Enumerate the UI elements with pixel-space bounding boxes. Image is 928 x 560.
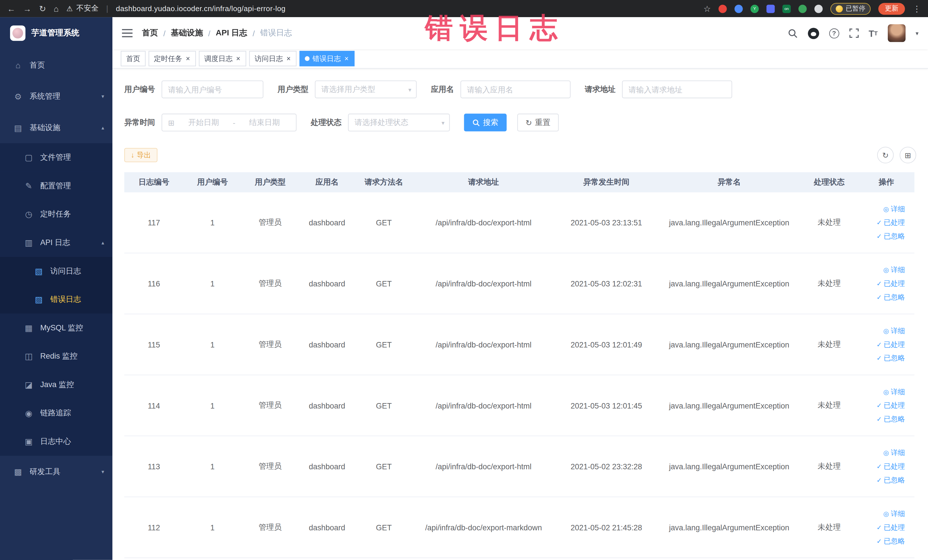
sidebar-item-home[interactable]: ⌂首页 xyxy=(0,49,112,81)
extension-icon-blue[interactable] xyxy=(734,5,743,13)
action-ignored[interactable]: ✓已忽略 xyxy=(876,231,905,241)
sidebar-item-infrastructure[interactable]: ▤基础设施▴ xyxy=(0,112,112,143)
action-ignored[interactable]: ✓已忽略 xyxy=(876,414,905,424)
github-icon[interactable] xyxy=(807,27,819,38)
search-button[interactable]: 搜索 xyxy=(464,113,507,131)
sidebar-item-trace[interactable]: ◉链路追踪 xyxy=(0,399,112,427)
sidebar-item-java-monitor[interactable]: ◪Java 监控 xyxy=(0,371,112,399)
search-icon[interactable] xyxy=(788,28,798,38)
action-processed[interactable]: ✓已处理 xyxy=(876,217,905,227)
action-detail[interactable]: ◎详细 xyxy=(883,509,905,519)
tab-scheduled-tasks[interactable]: 定时任务× xyxy=(149,51,196,66)
browser-menu-dots-icon[interactable]: ⋮ xyxy=(913,5,921,13)
refresh-table-button[interactable]: ↻ xyxy=(877,147,894,163)
help-icon[interactable]: ? xyxy=(829,28,839,38)
cell-status: 未处理 xyxy=(800,497,858,558)
breadcrumb-item[interactable]: 基础设施 xyxy=(171,28,203,38)
action-ignored[interactable]: ✓已忽略 xyxy=(876,292,905,302)
action-ignored[interactable]: ✓已忽略 xyxy=(876,536,905,546)
action-processed[interactable]: ✓已处理 xyxy=(876,461,905,471)
cell-time: 2021-05-03 23:13:51 xyxy=(554,192,658,253)
sidebar-item-system-management[interactable]: ⚙系统管理▾ xyxy=(0,81,112,112)
tab-error-log[interactable]: 错误日志× xyxy=(299,51,355,66)
action-detail[interactable]: ◎详细 xyxy=(883,204,905,214)
exception-time-range[interactable]: ⊞ 开始日期 - 结束日期 xyxy=(162,113,296,131)
extension-icon-red[interactable] xyxy=(719,5,727,13)
font-size-icon[interactable]: TT xyxy=(868,28,878,38)
close-icon[interactable]: × xyxy=(344,55,349,62)
table-body: 1171管理员dashboardGET/api/infra/db-doc/exp… xyxy=(124,192,914,557)
tab-job-log[interactable]: 调度日志× xyxy=(199,51,246,66)
reset-button[interactable]: ↻ 重置 xyxy=(517,113,559,131)
hamburger-icon[interactable] xyxy=(122,29,132,37)
extension-icon-grid[interactable] xyxy=(766,5,775,13)
timer-icon: ◷ xyxy=(24,209,34,219)
app-name-label: 应用名 xyxy=(431,84,454,95)
column-header: 用户编号 xyxy=(183,172,241,192)
cell-exception: java.lang.IllegalArgumentException xyxy=(658,253,800,314)
fullscreen-icon[interactable] xyxy=(849,29,859,38)
action-detail[interactable]: ◎详细 xyxy=(883,326,905,336)
url-bar[interactable]: dashboard.yudao.iocoder.cn/infra/log/api… xyxy=(116,5,285,13)
cell-status: 未处理 xyxy=(800,192,858,253)
sidebar-item-mysql-monitor[interactable]: ▦MySQL 监控 xyxy=(0,314,112,342)
close-icon[interactable]: × xyxy=(185,55,191,62)
table-row: 1171管理员dashboardGET/api/infra/db-doc/exp… xyxy=(124,192,914,253)
sidebar-item-redis-monitor[interactable]: ◫Redis 监控 xyxy=(0,342,112,371)
request-url-input[interactable] xyxy=(622,81,732,98)
action-detail[interactable]: ◎详细 xyxy=(883,387,905,397)
column-header: 应用名 xyxy=(299,172,355,192)
sidebar-item-access-log[interactable]: ▧访问日志 xyxy=(0,257,112,285)
paused-badge[interactable]: 已暂停 xyxy=(830,3,871,14)
sidebar-item-config-management[interactable]: ✎配置管理 xyxy=(0,172,112,200)
extension-icon-on[interactable]: on xyxy=(783,5,791,13)
cell-method: GET xyxy=(355,375,412,436)
browser-home-icon[interactable]: ⌂ xyxy=(53,5,59,13)
user-avatar[interactable] xyxy=(888,24,905,42)
action-ignored[interactable]: ✓已忽略 xyxy=(876,353,905,363)
action-processed[interactable]: ✓已处理 xyxy=(876,339,905,349)
tab-home[interactable]: 首页 xyxy=(121,51,145,66)
column-settings-button[interactable]: ⊞ xyxy=(900,147,916,163)
cell-id: 115 xyxy=(124,314,183,375)
close-icon[interactable]: × xyxy=(286,55,291,62)
user-id-input[interactable] xyxy=(162,81,263,98)
extension-icon-paw[interactable] xyxy=(815,5,823,13)
chevron-down-icon[interactable]: ▾ xyxy=(916,30,918,37)
sidebar-item-scheduled-tasks[interactable]: ◷定时任务 xyxy=(0,200,112,229)
update-button[interactable]: 更新 xyxy=(878,3,905,14)
action-ignored[interactable]: ✓已忽略 xyxy=(876,475,905,485)
extension-icon-green[interactable]: Y xyxy=(751,5,759,13)
action-processed[interactable]: ✓已处理 xyxy=(876,278,905,288)
back-icon[interactable]: ← xyxy=(7,5,15,13)
sidebar-item-log-center[interactable]: ▣日志中心 xyxy=(0,427,112,456)
user-type-select[interactable]: 请选择用户类型 ▾ xyxy=(315,81,417,98)
tab-label: 首页 xyxy=(126,53,140,64)
reload-icon[interactable]: ↻ xyxy=(39,5,46,13)
logo[interactable]: 芋道管理系统 xyxy=(0,17,112,49)
process-status-placeholder: 请选择处理状态 xyxy=(355,117,438,128)
extension-icon-leaf[interactable] xyxy=(798,5,807,13)
app-name-input[interactable] xyxy=(461,81,571,98)
close-icon[interactable]: × xyxy=(236,55,241,62)
tab-access-log[interactable]: 访问日志× xyxy=(249,51,297,66)
chevron-up-icon: ▴ xyxy=(102,125,104,131)
navbar-actions: ? TT ▾ xyxy=(788,24,919,42)
action-processed[interactable]: ✓已处理 xyxy=(876,401,905,410)
breadcrumb-item[interactable]: API 日志 xyxy=(216,28,247,38)
action-detail[interactable]: ◎详细 xyxy=(883,448,905,458)
access-log-icon: ▧ xyxy=(34,267,44,276)
sidebar-item-dev-tools[interactable]: ▩研发工具▾ xyxy=(0,456,112,487)
breadcrumb-item[interactable]: 首页 xyxy=(142,28,158,38)
export-button[interactable]: ↓ 导出 xyxy=(124,148,157,162)
forward-icon[interactable]: → xyxy=(23,5,31,13)
bookmark-star-icon[interactable]: ☆ xyxy=(704,5,711,13)
sidebar-item-label: Java 监控 xyxy=(40,379,74,390)
action-detail[interactable]: ◎详细 xyxy=(883,265,905,275)
security-indicator[interactable]: ⚠ 不安全 xyxy=(66,3,99,14)
sidebar-item-error-log[interactable]: ▨错误日志 xyxy=(0,285,112,314)
process-status-select[interactable]: 请选择处理状态 ▾ xyxy=(348,113,450,131)
sidebar-item-api-log[interactable]: ▥API 日志▴ xyxy=(0,229,112,257)
sidebar-item-file-management[interactable]: ▢文件管理 xyxy=(0,143,112,172)
action-processed[interactable]: ✓已处理 xyxy=(876,522,905,533)
